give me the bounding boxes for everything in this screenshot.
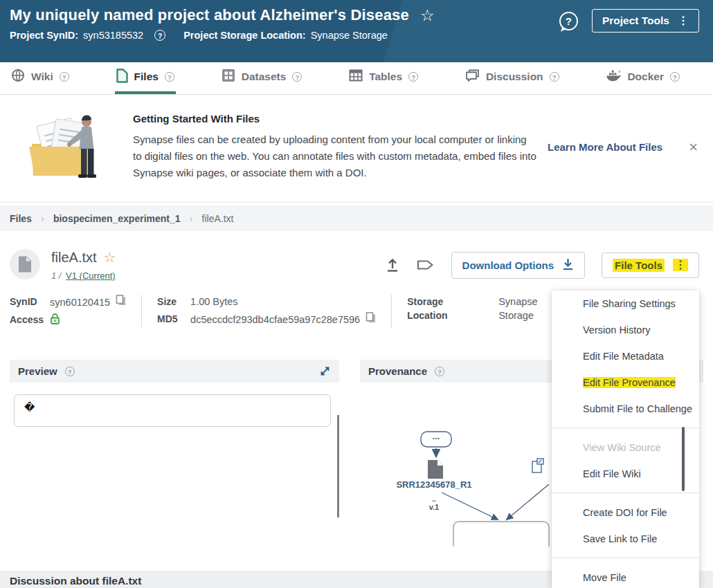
- menu-item-edit-file-provenance[interactable]: Edit File Provenance: [552, 369, 699, 396]
- menu-item-save-link-to-file[interactable]: Save Link to File: [552, 526, 699, 552]
- learn-more-link[interactable]: Learn More About Files: [548, 141, 662, 153]
- tab-docker[interactable]: Docker ?: [604, 62, 681, 94]
- project-tools-label: Project Tools: [602, 15, 669, 27]
- md5-value: dc5eccdcf293db4cfae59a97c28e7596: [190, 313, 360, 327]
- size-value: 1.00 Bytes: [190, 295, 238, 309]
- provenance-help-icon[interactable]: ?: [435, 367, 444, 376]
- tab-tables[interactable]: Tables ?: [348, 62, 419, 94]
- tab-datasets[interactable]: Datasets ?: [220, 62, 304, 94]
- breadcrumb-files[interactable]: Files: [10, 213, 32, 224]
- file-name: fileA.txt: [51, 250, 97, 266]
- copy-icon[interactable]: [116, 295, 126, 309]
- provenance-dots: ..: [432, 495, 436, 503]
- synid-help-icon[interactable]: ?: [154, 30, 165, 41]
- synid-label: SynID: [10, 295, 50, 309]
- tab-label: Wiki: [31, 71, 53, 83]
- project-storage-label: Project Storage Location:: [183, 30, 305, 41]
- favorite-star-icon[interactable]: ☆: [420, 8, 435, 24]
- upload-icon[interactable]: [386, 257, 399, 273]
- getting-started-banner: Getting Started With Files Synapse files…: [0, 95, 713, 203]
- files-illustration: [25, 111, 114, 184]
- file-tools-button[interactable]: File Tools ⋮: [602, 252, 699, 278]
- tab-files[interactable]: Files ?: [115, 62, 176, 94]
- file-favorite-star-icon[interactable]: ☆: [104, 249, 116, 266]
- provenance-activity-node[interactable]: [453, 522, 549, 546]
- expand-icon[interactable]: [319, 365, 331, 377]
- menu-item-version-history[interactable]: Version History: [552, 317, 699, 343]
- project-synid-label: Project SynID:: [10, 30, 78, 41]
- file-header: fileA.txt ☆ 1 / V1 (Current) Download Op…: [0, 231, 713, 281]
- chevron-right-icon: ›: [41, 212, 44, 224]
- tables-help-icon[interactable]: ?: [408, 72, 418, 82]
- breadcrumb: Files › biospecimen_experiment_1 › fileA…: [0, 205, 713, 231]
- wiki-help-icon[interactable]: ?: [60, 72, 69, 82]
- discussion-help-icon[interactable]: ?: [550, 72, 559, 82]
- chevron-right-icon: ›: [190, 212, 193, 224]
- project-title: My uniquely named project about Alzheime…: [10, 6, 409, 24]
- ellipsis-label: ...: [433, 431, 440, 441]
- menu-scrollbar[interactable]: [682, 427, 685, 491]
- breadcrumb-current-file: fileA.txt: [202, 213, 234, 224]
- datasets-help-icon[interactable]: ?: [292, 72, 302, 82]
- project-synid-value: syn53185532: [83, 30, 143, 41]
- file-tools-menu: File Sharing Settings Version History Ed…: [552, 291, 699, 588]
- download-options-button[interactable]: Download Options: [451, 252, 586, 279]
- provenance-title: Provenance: [368, 365, 427, 377]
- menu-item-move-file[interactable]: Move File: [552, 564, 699, 588]
- download-icon: [562, 258, 574, 273]
- provenance-version: v.1: [429, 503, 439, 511]
- file-avatar: [10, 249, 40, 279]
- version-link[interactable]: V1 (Current): [66, 270, 116, 281]
- preview-help-icon[interactable]: ?: [65, 367, 75, 376]
- menu-item-submit-file-to-challenge[interactable]: Submit File to Challenge: [552, 396, 699, 422]
- kebab-icon: ⋮: [673, 259, 688, 271]
- size-label: Size: [157, 295, 190, 309]
- access-label: Access: [10, 313, 50, 328]
- tab-label: Tables: [369, 71, 402, 83]
- provenance-file-label: SRR12345678_R1: [396, 479, 471, 490]
- tab-wiki[interactable]: Wiki ?: [10, 62, 71, 94]
- storage-location-value: Synapse Storage: [498, 295, 540, 322]
- breadcrumb-folder[interactable]: biospecimen_experiment_1: [53, 213, 181, 224]
- banner-title: Getting Started With Files: [133, 113, 538, 125]
- close-icon[interactable]: ×: [689, 140, 698, 155]
- tab-label: Docker: [627, 71, 664, 83]
- preview-title: Preview: [18, 365, 57, 377]
- tag-icon[interactable]: [416, 258, 435, 272]
- file-icon: [116, 68, 128, 86]
- menu-divider: [552, 428, 699, 428]
- tab-discussion[interactable]: Discussion ?: [464, 62, 561, 94]
- panel-resize-handle[interactable]: [337, 415, 339, 517]
- highlighted-label: Edit File Provenance: [583, 377, 676, 388]
- tab-label: Files: [134, 71, 159, 83]
- banner-body: Synapse files can be created by uploadin…: [133, 131, 538, 181]
- docker-whale-icon: [606, 69, 621, 85]
- storage-location-label: Storage Location: [407, 295, 460, 322]
- menu-item-create-doi-for-file[interactable]: Create DOI for File: [552, 499, 699, 526]
- docker-help-icon[interactable]: ?: [670, 72, 680, 82]
- project-header: My uniquely named project about Alzheime…: [0, 0, 713, 62]
- file-preview-content[interactable]: �: [14, 394, 331, 427]
- menu-item-edit-file-wiki[interactable]: Edit File Wiki: [552, 461, 699, 487]
- synid-value: syn60120415: [50, 295, 110, 309]
- project-storage-value: Synapse Storage: [311, 30, 388, 41]
- lock-icon[interactable]: [50, 313, 60, 328]
- tab-label: Discussion: [486, 71, 543, 83]
- chat-icon: [465, 68, 480, 85]
- copy-icon[interactable]: [365, 312, 376, 327]
- download-options-label: Download Options: [462, 259, 554, 271]
- external-link-icon[interactable]: [532, 459, 543, 472]
- datasets-grid-icon: [222, 68, 235, 85]
- divider: [391, 295, 392, 328]
- menu-item-file-sharing-settings[interactable]: File Sharing Settings: [552, 291, 699, 317]
- version-count: 1 /: [51, 270, 61, 281]
- divider: [141, 295, 142, 328]
- project-tools-button[interactable]: Project Tools ⋮: [592, 9, 699, 33]
- help-bubble-icon[interactable]: ?: [559, 12, 578, 30]
- provenance-file-node[interactable]: [428, 460, 443, 479]
- menu-item-edit-file-metadata[interactable]: Edit File Metadata: [552, 343, 699, 369]
- files-help-icon[interactable]: ?: [165, 72, 174, 82]
- table-icon: [349, 68, 363, 85]
- menu-divider: [552, 558, 699, 558]
- md5-label: MD5: [157, 312, 190, 327]
